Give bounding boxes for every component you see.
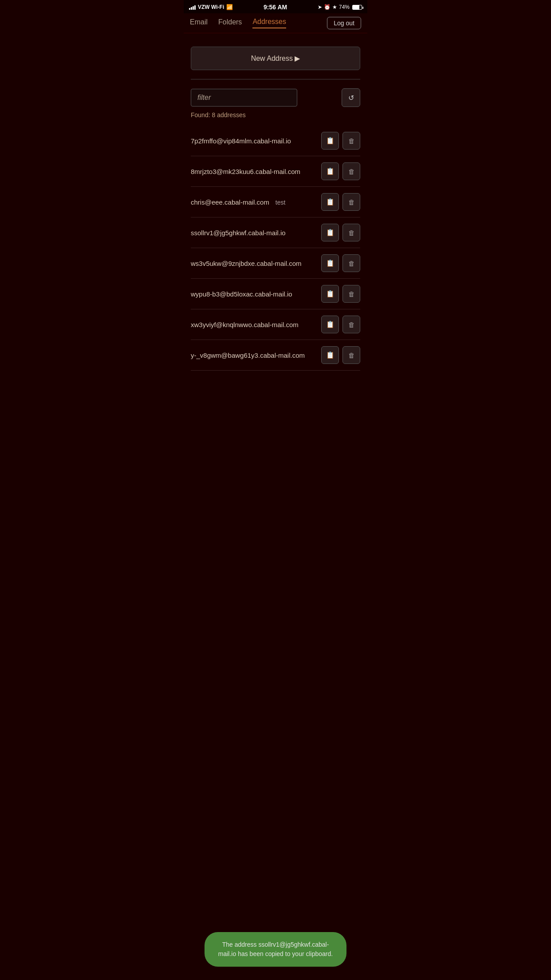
copy-button[interactable]: 📋 [321,254,339,272]
divider [191,79,360,79]
main-content: New Address ▶ ↺ Found: 8 addresses 7p2fm… [184,33,367,378]
delete-button[interactable]: 🗑 [342,132,360,150]
address-row: ssollrv1@jg5ghkwf.cabal-mail.io📋🗑 [191,217,360,248]
signal-bars-icon [189,4,196,10]
clipboard-icon: 📋 [326,290,335,298]
filter-row: ↺ [191,88,360,107]
address-label: test [274,199,285,206]
address-email: ssollrv1@jg5ghkwf.cabal-mail.io [191,229,321,237]
address-row-actions: 📋🗑 [321,254,360,272]
address-row: 8mrjzto3@mk23kuu6.cabal-mail.com📋🗑 [191,156,360,187]
address-row-actions: 📋🗑 [321,346,360,364]
delete-button[interactable]: 🗑 [342,254,360,272]
logout-button[interactable]: Log out [327,17,361,29]
address-email: ws3v5ukw@9znjbdxe.cabal-mail.com [191,260,321,267]
alarm-icon: ⏰ [324,4,331,10]
nav-tabs: Email Folders Addresses [190,18,327,28]
status-bar: VZW Wi-Fi 📶 9:56 AM ➤ ⏰ ★ 74% [184,0,367,13]
address-email: chris@eee.cabal-mail.com test [191,198,321,206]
battery-fill [353,5,359,9]
status-time: 9:56 AM [264,4,287,11]
battery-percent: 74% [339,4,350,10]
copy-button[interactable]: 📋 [321,162,339,180]
trash-icon: 🗑 [348,198,355,206]
carrier-label: VZW Wi-Fi [198,4,224,10]
copy-button[interactable]: 📋 [321,346,339,364]
clipboard-icon: 📋 [326,259,335,267]
delete-button[interactable]: 🗑 [342,193,360,211]
clipboard-icon: 📋 [326,198,335,206]
address-row: xw3yviyf@knqlnwwo.cabal-mail.com📋🗑 [191,309,360,340]
address-row: wypu8-b3@bd5loxac.cabal-mail.io📋🗑 [191,279,360,309]
address-row: chris@eee.cabal-mail.com test📋🗑 [191,187,360,217]
address-email: wypu8-b3@bd5loxac.cabal-mail.io [191,290,321,298]
trash-icon: 🗑 [348,321,355,328]
refresh-icon: ↺ [348,94,354,102]
trash-icon: 🗑 [348,352,355,359]
clipboard-icon: 📋 [326,137,335,145]
new-address-button[interactable]: New Address ▶ [191,47,360,70]
nav-bar: Email Folders Addresses Log out [184,13,367,33]
bluetooth-icon: ★ [332,4,337,10]
tab-addresses[interactable]: Addresses [252,18,286,28]
battery-icon [352,5,362,10]
trash-icon: 🗑 [348,260,355,267]
copy-button[interactable]: 📋 [321,224,339,241]
clipboard-icon: 📋 [326,167,335,175]
wifi-icon: 📶 [226,4,233,10]
address-row: y-_v8gwm@bawg61y3.cabal-mail.com📋🗑 [191,340,360,371]
copy-button[interactable]: 📋 [321,285,339,303]
copy-button[interactable]: 📋 [321,193,339,211]
address-row-actions: 📋🗑 [321,132,360,150]
trash-icon: 🗑 [348,137,355,145]
delete-button[interactable]: 🗑 [342,224,360,241]
address-row-actions: 📋🗑 [321,193,360,211]
new-address-label: New Address ▶ [251,54,300,63]
found-count: Found: 8 addresses [191,111,360,119]
trash-icon: 🗑 [348,168,355,175]
location-icon: ➤ [318,4,322,10]
address-row-actions: 📋🗑 [321,162,360,180]
delete-button[interactable]: 🗑 [342,316,360,333]
address-email: y-_v8gwm@bawg61y3.cabal-mail.com [191,352,321,359]
address-row: ws3v5ukw@9znjbdxe.cabal-mail.com📋🗑 [191,248,360,279]
filter-input[interactable] [191,89,297,107]
trash-icon: 🗑 [348,290,355,298]
tab-folders[interactable]: Folders [218,18,242,28]
address-row-actions: 📋🗑 [321,224,360,241]
address-row: 7p2fmffo@vip84mlm.cabal-mail.io📋🗑 [191,126,360,156]
clipboard-icon: 📋 [326,320,335,328]
status-left: VZW Wi-Fi 📶 [189,4,233,10]
copy-button[interactable]: 📋 [321,316,339,333]
tab-email[interactable]: Email [190,18,208,28]
delete-button[interactable]: 🗑 [342,162,360,180]
delete-button[interactable]: 🗑 [342,285,360,303]
status-right: ➤ ⏰ ★ 74% [318,4,362,10]
delete-button[interactable]: 🗑 [342,346,360,364]
address-email: xw3yviyf@knqlnwwo.cabal-mail.com [191,321,321,328]
refresh-button[interactable]: ↺ [342,88,360,107]
address-row-actions: 📋🗑 [321,285,360,303]
clipboard-icon: 📋 [326,351,335,359]
address-email: 8mrjzto3@mk23kuu6.cabal-mail.com [191,168,321,175]
copy-button[interactable]: 📋 [321,132,339,150]
clipboard-icon: 📋 [326,229,335,237]
trash-icon: 🗑 [348,229,355,237]
address-row-actions: 📋🗑 [321,316,360,333]
address-email: 7p2fmffo@vip84mlm.cabal-mail.io [191,137,321,145]
address-list: 7p2fmffo@vip84mlm.cabal-mail.io📋🗑8mrjzto… [191,126,360,371]
